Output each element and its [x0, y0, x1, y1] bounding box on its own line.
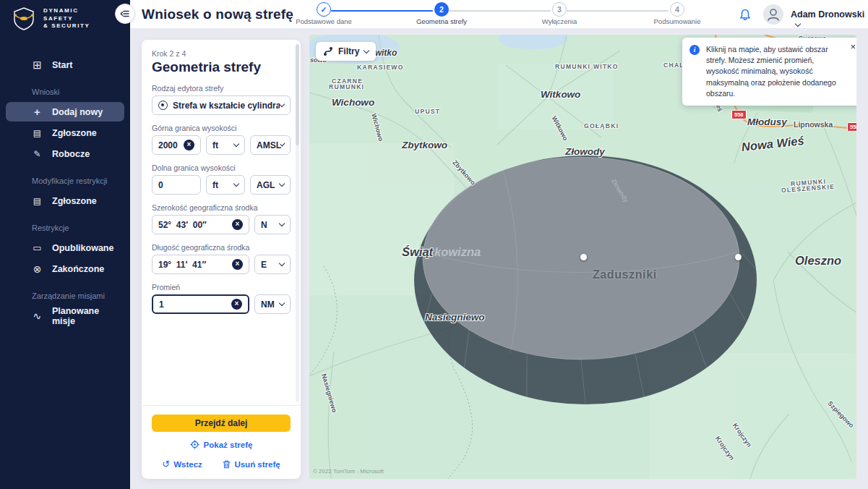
sidebar-item-planowane-misje[interactable]: Planowane misje	[6, 306, 124, 326]
chevron-down-icon	[795, 21, 801, 27]
chevron-down-icon	[279, 300, 285, 306]
road-shield: 558	[731, 110, 747, 119]
map-label: Zbytkowo	[451, 159, 477, 187]
brand-logo: DYNAMIC SAFETY & SECURITY	[0, 0, 130, 36]
sidebar-item-zgloszone[interactable]: Zgłoszone	[6, 123, 124, 143]
step-2-circle: 2	[434, 2, 449, 17]
sidebar-collapse-button[interactable]	[115, 4, 135, 24]
lower-limit-ref-select[interactable]: AGL	[250, 175, 291, 195]
road-shield: 558	[847, 122, 856, 132]
clear-icon[interactable]	[232, 219, 243, 230]
map-label: Lipnowska	[794, 120, 833, 129]
upper-limit-input[interactable]: 2000	[152, 135, 201, 155]
form-footer: Przejdź dalej Pokaż strefę ↺ Wstecz Usuń…	[142, 405, 301, 479]
editor-type-select[interactable]: Strefa w kształcie cylindra	[152, 95, 291, 115]
filters-button[interactable]: Filtry	[316, 42, 376, 61]
chevron-down-icon	[233, 181, 239, 187]
back-link[interactable]: ↺ Wstecz	[162, 459, 202, 469]
target-icon	[190, 440, 199, 449]
collapse-menu-icon	[119, 8, 131, 20]
sidebar-item-robocze[interactable]: Robocze	[6, 144, 124, 163]
stepper: Podstawowe dane 2 Geometria strefy 3 Wył…	[314, 2, 690, 27]
map-label: OLESZEŃSKIE	[781, 183, 835, 194]
close-icon[interactable]	[850, 41, 856, 52]
step-1[interactable]: Podstawowe dane	[314, 2, 333, 17]
zone-center-handle[interactable]	[580, 254, 587, 260]
sidebar-item-zgloszone-modyfikacje[interactable]: Zgłoszone	[6, 191, 124, 211]
step-counter: Krok 2 z 4	[152, 49, 291, 58]
step-1-check-icon	[317, 2, 331, 17]
zone-form-card: Krok 2 z 4 Geometria strefy Rodzaj edyto…	[142, 40, 301, 479]
step-connector-2	[449, 10, 551, 12]
latitude-hemisphere-select[interactable]: N	[254, 215, 291, 234]
radius-input[interactable]: 1	[152, 294, 249, 314]
editor-type-label: Rodzaj edytora strefy	[152, 84, 291, 93]
radius-unit-select[interactable]: NM	[254, 294, 291, 314]
page-title: Wniosek o nową strefę	[142, 7, 293, 22]
map-label: GOŁĄBKI	[584, 122, 619, 129]
notifications-bell-icon[interactable]	[739, 8, 752, 22]
map-label: Wichowo	[370, 113, 384, 143]
trash-icon	[223, 460, 231, 469]
map-attribution: © 2022 TomTom - Microsoft	[313, 468, 384, 475]
sidebar-section-modyfikacje: Modyfikacje restrykcji	[0, 165, 130, 190]
radius-label: Promień	[152, 283, 291, 292]
latitude-input[interactable]: 52° 43′ 00″	[152, 215, 249, 234]
route-filter-icon	[323, 46, 333, 56]
user-menu[interactable]: Adam Dronowski	[791, 9, 868, 30]
map-label: Oleszno	[795, 254, 841, 268]
circle-x-icon	[32, 264, 43, 274]
map-hint-tooltip: i Kliknij na mapie, aby ustawić obszar s…	[682, 38, 856, 106]
header: Wniosek o nową strefę Podstawowe dane 2 …	[130, 0, 868, 29]
sidebar-item-zakonczone[interactable]: Zakończone	[6, 259, 124, 278]
map-label: Szpiegowo	[826, 400, 855, 430]
step-4: 4 Podsumowanie	[668, 2, 687, 17]
show-zone-link[interactable]: Pokaż strefę	[152, 440, 291, 449]
sidebar-item-opublikowane[interactable]: Opublikowane	[6, 238, 124, 258]
next-button[interactable]: Przejdź dalej	[152, 414, 291, 432]
route-icon	[32, 311, 43, 321]
latitude-label: Szerokość geograficzna środka	[152, 203, 291, 212]
zone-radius-handle[interactable]	[735, 254, 742, 260]
longitude-hemisphere-select[interactable]: E	[254, 255, 291, 274]
clear-icon[interactable]	[232, 259, 243, 270]
upper-limit-unit-select[interactable]: ft	[206, 135, 245, 155]
sidebar-item-dodaj-nowy[interactable]: Dodaj nowy	[6, 102, 124, 122]
map-label: Świąt	[402, 245, 433, 259]
map-label: UPUST	[415, 108, 440, 115]
chevron-down-icon	[279, 260, 285, 266]
step-2[interactable]: 2 Geometria strefy	[432, 2, 451, 17]
document-edit-icon	[32, 149, 43, 158]
upper-limit-ref-select[interactable]: AMSL	[250, 135, 291, 155]
sidebar-nav: Start Wnioski Dodaj nowy Zgłoszone Roboc…	[0, 55, 130, 326]
sidebar-section-wnioski: Wnioski	[0, 76, 130, 101]
document-icon	[32, 128, 43, 137]
lower-limit-input[interactable]: 0	[152, 175, 201, 195]
lower-limit-unit-select[interactable]: ft	[206, 175, 245, 195]
tooltip-text: Kliknij na mapie, aby ustawić obszar str…	[706, 44, 846, 99]
clear-icon[interactable]	[231, 299, 242, 310]
map-label: kowizna	[434, 245, 481, 259]
radio-dot-icon	[158, 101, 168, 110]
map-label: Zbytkowo	[402, 140, 447, 150]
form-title: Geometria strefy	[152, 59, 291, 75]
user-name: Adam Dronowski	[791, 9, 864, 20]
delete-zone-link[interactable]: Usuń strefę	[223, 460, 280, 469]
map-label: Krojczyn	[731, 422, 753, 448]
longitude-input[interactable]: 19° 11′ 41″	[152, 255, 249, 274]
clear-icon[interactable]	[184, 140, 194, 150]
person-icon	[763, 4, 783, 25]
form-scrollbar-thumb[interactable]	[296, 44, 299, 145]
map-label: Witkowo	[541, 89, 580, 100]
map-label: Złowody	[610, 177, 630, 203]
step-3-circle: 3	[552, 2, 567, 17]
map-label: Zaduszniki	[593, 268, 657, 281]
sidebar-item-start[interactable]: Start	[6, 55, 124, 75]
map[interactable]: Piotrowitko sowo KARASIEWO CZARNE RUMUNK…	[309, 35, 856, 479]
map-label: Złowody	[565, 146, 605, 157]
document-icon	[32, 196, 43, 205]
map-label: RUMUNKI WITKO	[555, 63, 619, 70]
undo-icon: ↺	[162, 459, 170, 469]
user-avatar[interactable]	[763, 4, 783, 25]
step-connector-1	[331, 10, 433, 12]
